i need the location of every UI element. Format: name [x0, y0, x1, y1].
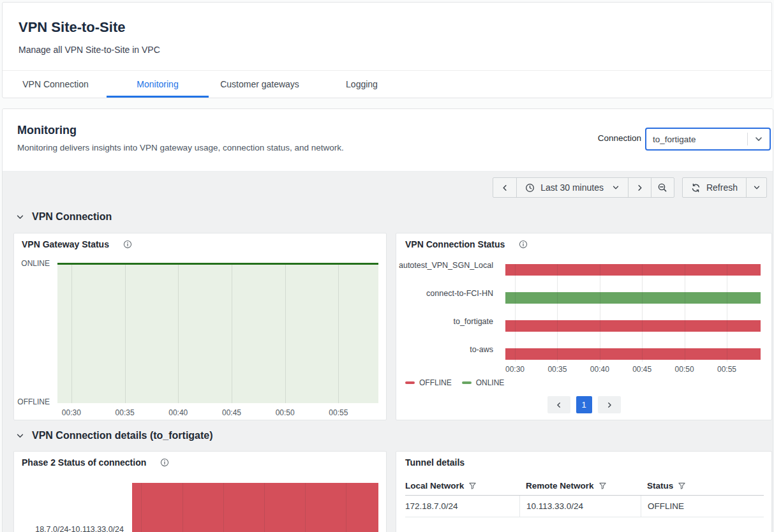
chart-legend: OFFLINEONLINE — [405, 378, 504, 387]
table-cell: 172.18.7.0/24 — [405, 496, 519, 517]
x-axis-tick: 00:35 — [547, 365, 567, 374]
info-icon[interactable] — [123, 240, 132, 249]
legend-item-offline[interactable]: OFFLINE — [405, 378, 452, 387]
pagination-prev-button[interactable] — [547, 396, 570, 413]
gridline — [338, 263, 339, 403]
filter-icon[interactable] — [599, 482, 607, 490]
panel-title-row: VPN Gateway Status — [22, 239, 132, 249]
refresh-group: Refresh — [682, 177, 767, 198]
x-axis-tick: 00:40 — [168, 408, 188, 417]
refresh-label: Refresh — [706, 182, 738, 193]
gateway-status-chart — [57, 263, 378, 403]
state-bar-offline — [505, 348, 761, 360]
panel-title: VPN Connection Status — [405, 239, 505, 249]
zoom-out-icon — [657, 182, 667, 193]
refresh-button[interactable]: Refresh — [683, 178, 746, 197]
section-vpn-connection[interactable]: VPN Connection — [17, 211, 112, 223]
gridline — [178, 263, 179, 403]
section-title: VPN Connection details (to_fortigate) — [32, 430, 213, 441]
x-axis-tick: 00:30 — [62, 408, 81, 417]
page-subtitle: Manage all VPN Site-to-Site in VPC — [19, 45, 160, 55]
phase2-status-chart — [132, 483, 378, 532]
table-cell: OFFLINE — [641, 496, 764, 517]
panel-title-row: Tunnel details — [405, 457, 465, 468]
connection-select-label: Connection — [598, 133, 641, 143]
pagination-page-1[interactable]: 1 — [576, 396, 592, 413]
row-label: to-aws — [470, 344, 493, 355]
info-icon[interactable] — [160, 458, 169, 467]
vpn-connection-status-panel: VPN Connection Status autotest_VPN_SGN_L… — [396, 233, 772, 420]
chevron-left-icon — [556, 402, 562, 408]
pagination-next-button[interactable] — [598, 396, 621, 413]
x-axis-tick: 00:55 — [717, 365, 736, 374]
column-header-label: Local Network — [405, 481, 464, 491]
info-icon[interactable] — [519, 240, 528, 249]
zoom-out-button[interactable] — [651, 178, 674, 197]
chevron-down-icon — [612, 184, 620, 191]
x-axis-tick: 00:50 — [675, 365, 694, 374]
x-axis-tick: 00:45 — [632, 365, 651, 374]
refresh-interval-dropdown[interactable] — [746, 178, 766, 197]
filter-icon[interactable] — [678, 482, 686, 490]
time-shift-forward-button[interactable] — [628, 178, 651, 197]
row-label: autotest_VPN_SGN_Local — [399, 260, 493, 271]
gridline — [685, 264, 685, 362]
gridline — [557, 264, 558, 362]
gridline — [515, 264, 516, 362]
time-toolbar: Last 30 minutes Refresh — [493, 177, 767, 198]
column-header-remote-network: Remote Network — [519, 481, 641, 491]
section-vpn-connection-details[interactable]: VPN Connection details (to_fortigate) — [17, 430, 213, 441]
clock-icon — [525, 183, 535, 193]
gridline — [232, 263, 232, 403]
state-bar-online — [505, 292, 761, 304]
chevron-right-icon — [606, 402, 613, 408]
connection-select[interactable]: to_fortigate — [645, 128, 771, 151]
tab-logging[interactable]: Logging — [311, 71, 413, 98]
gridline — [223, 483, 224, 532]
panel-title-row: VPN Connection Status — [405, 239, 528, 249]
gridline — [285, 263, 286, 403]
y-axis-label-online: ONLINE — [11, 259, 50, 268]
legend-swatch — [405, 381, 415, 384]
chevron-right-icon — [636, 184, 643, 191]
time-shift-back-button[interactable] — [493, 178, 516, 197]
connection-select-value: to_fortigate — [646, 135, 747, 144]
gridline — [125, 263, 126, 403]
filter-icon[interactable] — [468, 482, 477, 490]
monitoring-card-header: Monitoring Monitoring delivers insights … — [3, 109, 773, 172]
chevron-down-icon — [748, 135, 770, 144]
page-header: VPN Site-to-Site Manage all VPN Site-to-… — [2, 2, 772, 98]
chevron-down-icon — [17, 215, 24, 219]
x-axis-tick: 00:55 — [329, 408, 348, 417]
time-range-group: Last 30 minutes — [493, 177, 674, 198]
monitoring-title: Monitoring — [17, 124, 77, 137]
tab-bar: VPN ConnectionMonitoringCustomer gateway… — [3, 70, 771, 98]
tab-customer-gateways[interactable]: Customer gateways — [209, 71, 311, 98]
page-title: VPN Site-to-Site — [19, 19, 125, 36]
gridline — [346, 483, 346, 532]
gridline — [305, 483, 306, 532]
gridline — [71, 263, 72, 403]
time-range-picker[interactable]: Last 30 minutes — [516, 178, 628, 197]
tab-vpn-connection[interactable]: VPN Connection — [4, 71, 107, 98]
gridline — [141, 483, 142, 532]
legend-item-online[interactable]: ONLINE — [462, 378, 505, 387]
x-axis-tick: 00:40 — [590, 365, 609, 374]
refresh-icon — [691, 183, 701, 193]
time-range-label: Last 30 minutes — [540, 182, 604, 193]
gridline — [600, 264, 600, 362]
state-bar-offline — [505, 320, 761, 332]
section-title: VPN Connection — [32, 211, 112, 223]
tab-monitoring[interactable]: Monitoring — [107, 71, 209, 98]
monitoring-description: Monitoring delivers insights into VPN ga… — [17, 143, 344, 152]
chevron-down-icon — [17, 434, 24, 438]
panel-title-row: Phase 2 Status of connection — [22, 457, 169, 468]
panel-title: Tunnel details — [405, 457, 465, 468]
table-row[interactable]: 172.18.7.0/2410.113.33.0/24OFFLINE — [405, 496, 764, 517]
chevron-left-icon — [502, 184, 509, 191]
gridline — [642, 264, 643, 362]
pagination: 1 — [396, 396, 771, 413]
row-label: to_fortigate — [453, 316, 493, 327]
phase2-row-label: 18.7.0/24-10.113.33.0/24 — [14, 525, 124, 532]
column-header-local-network: Local Network — [405, 481, 519, 491]
